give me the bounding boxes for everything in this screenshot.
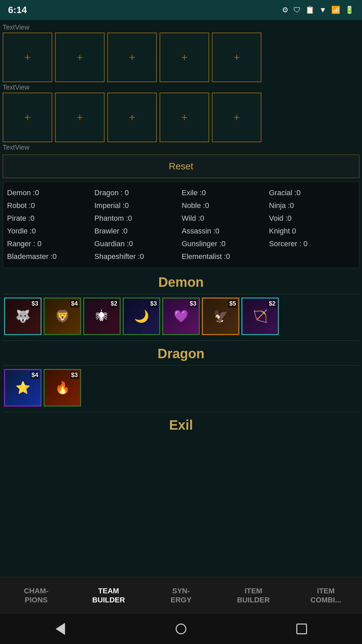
synergy-noble: Noble :0 xyxy=(181,200,268,211)
status-icons: ⚙ 🛡 📋 ▼ 📶 🔋 xyxy=(282,6,354,14)
gear-icon: ⚙ xyxy=(282,6,289,14)
status-time: 6:14 xyxy=(8,5,27,15)
system-nav xyxy=(0,614,362,644)
synergy-shapeshifter: Shapeshifter :0 xyxy=(94,251,181,262)
synergy-table: Demon :0 Dragon : 0 Exile :0 Gracial :0 … xyxy=(3,181,359,268)
slot-1-5[interactable]: + xyxy=(212,33,261,82)
slot-2-5[interactable]: + xyxy=(212,93,261,142)
rengar-cost: $4 xyxy=(70,300,79,308)
synergy-exile: Exile :0 xyxy=(181,187,268,199)
synergy-guardian: Guardian :0 xyxy=(94,238,181,250)
row-label-1: TextView xyxy=(3,23,359,31)
synergy-ranger: Ranger : 0 xyxy=(6,238,94,250)
slot-row-2: + + + + + xyxy=(3,93,359,142)
signal-icon: 📶 xyxy=(331,6,340,14)
synergy-empty xyxy=(268,251,356,262)
nav-item-builder[interactable]: ITEMBUILDER xyxy=(217,577,290,614)
slot-1-4[interactable]: + xyxy=(160,33,209,82)
nav-team-builder[interactable]: TEAMBUILDER xyxy=(72,577,145,614)
recents-button[interactable] xyxy=(292,619,312,639)
shyvana-cost: $3 xyxy=(70,371,79,379)
nav-champions[interactable]: CHAM-PIONS xyxy=(0,577,72,614)
champion-elise[interactable]: 🕷 $2 xyxy=(83,298,121,335)
morgana-cost: $3 xyxy=(149,300,158,308)
elise-cost: $2 xyxy=(110,300,118,308)
slot-2-4[interactable]: + xyxy=(160,93,209,142)
synergy-void: Void :0 xyxy=(268,213,356,224)
synergy-imperial: Imperial :0 xyxy=(94,200,181,211)
synergy-blademaster: Blademaster :0 xyxy=(6,251,94,262)
champion-swain[interactable]: 🦅 $5 xyxy=(202,298,239,335)
slot-2-3[interactable]: + xyxy=(107,93,157,142)
synergy-pirate: Pirate :0 xyxy=(6,213,94,224)
slot-1-2[interactable]: + xyxy=(55,33,105,82)
synergy-robot: Robot :0 xyxy=(6,200,94,211)
nav-synergy[interactable]: SYN-ERGY xyxy=(145,577,217,614)
nav-team-builder-label: TEAMBUILDER xyxy=(92,587,125,604)
exile-partial-section: Exil xyxy=(3,418,359,456)
dragon-section-title: Dragon xyxy=(3,346,359,361)
clipboard-icon: 📋 xyxy=(305,6,314,14)
recents-icon xyxy=(296,624,307,634)
synergy-dragon: Dragon : 0 xyxy=(94,187,181,199)
synergy-sorcerer: Sorcerer : 0 xyxy=(268,238,356,250)
demon-section-title: Demon xyxy=(3,275,359,290)
champion-aurelion[interactable]: ⭐ $4 xyxy=(4,369,42,407)
synergy-yordle: Yordle :0 xyxy=(6,225,94,237)
synergy-gracial: Gracial :0 xyxy=(268,187,356,199)
aurelion-cost: $4 xyxy=(31,371,39,379)
varus-cost: $2 xyxy=(268,300,277,308)
dragon-pre-separator xyxy=(3,340,359,341)
nav-synergy-label: SYN-ERGY xyxy=(171,587,191,604)
warwick-cost: $3 xyxy=(31,300,39,308)
main-content: TextView + + + + + TextView + + + + + Te… xyxy=(0,20,362,460)
reset-button[interactable]: Reset xyxy=(3,155,359,178)
synergy-assassin: Assassin :0 xyxy=(181,225,268,237)
champion-rengar[interactable]: 🦁 $4 xyxy=(44,298,81,335)
synergy-brawler: Brawler :0 xyxy=(94,225,181,237)
synergy-knight: Knight 0 xyxy=(268,225,356,237)
swain-cost: $5 xyxy=(228,300,237,308)
slot-2-2[interactable]: + xyxy=(55,93,105,142)
demon-champion-row: 🐺 $3 🦁 $4 🕷 $2 🌙 $3 💜 $3 🦅 $5 🏹 $2 xyxy=(3,298,359,335)
synergy-wild: Wild :0 xyxy=(181,213,268,224)
demon-separator xyxy=(3,294,359,294)
dragon-separator xyxy=(3,365,359,366)
slot-row-1: + + + + + xyxy=(3,33,359,82)
champion-shyvana[interactable]: 🔥 $3 xyxy=(44,369,81,407)
slot-1-1[interactable]: + xyxy=(3,33,52,82)
champion-evelynn[interactable]: 💜 $3 xyxy=(162,298,200,335)
champion-varus[interactable]: 🏹 $2 xyxy=(241,298,279,335)
synergy-elementalist: Elementalist :0 xyxy=(181,251,268,262)
nav-item-combi-label: ITEMCOMBI... xyxy=(310,587,341,604)
champion-warwick[interactable]: 🐺 $3 xyxy=(4,298,42,335)
synergy-ninja: Ninja :0 xyxy=(268,200,356,211)
row-label-3: TextView xyxy=(3,144,359,151)
row-label-2: TextView xyxy=(3,84,359,91)
exile-pre-separator xyxy=(3,412,359,412)
home-icon xyxy=(176,624,186,634)
status-bar: 6:14 ⚙ 🛡 📋 ▼ 📶 🔋 xyxy=(0,0,362,20)
champion-morgana[interactable]: 🌙 $3 xyxy=(123,298,160,335)
back-icon xyxy=(56,623,65,635)
exile-section-title: Exil xyxy=(3,418,359,433)
synergy-demon: Demon :0 xyxy=(6,187,94,199)
slot-1-3[interactable]: + xyxy=(107,33,157,82)
nav-item-builder-label: ITEMBUILDER xyxy=(237,587,270,604)
back-button[interactable] xyxy=(50,619,70,639)
nav-champions-label: CHAM-PIONS xyxy=(24,587,48,604)
bottom-nav: CHAM-PIONS TEAMBUILDER SYN-ERGY ITEMBUIL… xyxy=(0,577,362,614)
evelynn-cost: $3 xyxy=(189,300,197,308)
home-button[interactable] xyxy=(171,619,191,639)
shield-icon: 🛡 xyxy=(293,6,301,14)
wifi-icon: ▼ xyxy=(319,6,326,14)
slot-2-1[interactable]: + xyxy=(3,93,52,142)
battery-icon: 🔋 xyxy=(345,6,354,14)
synergy-grid: Demon :0 Dragon : 0 Exile :0 Gracial :0 … xyxy=(6,187,356,262)
nav-item-combi[interactable]: ITEMCOMBI... xyxy=(290,577,362,614)
synergy-phantom: Phantom :0 xyxy=(94,213,181,224)
dragon-champion-row: ⭐ $4 🔥 $3 xyxy=(3,369,359,407)
synergy-gunslinger: Gunslinger :0 xyxy=(181,238,268,250)
